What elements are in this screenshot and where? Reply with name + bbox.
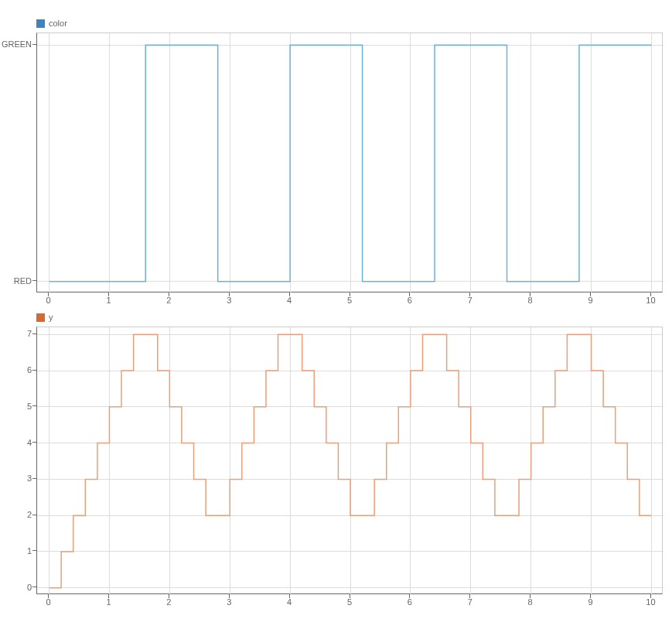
x-tick-label: 1 <box>106 597 111 607</box>
x-tick-label: 7 <box>468 296 472 305</box>
y-axis-gutter: REDGREEN <box>0 32 36 292</box>
x-tick-label: 3 <box>227 296 231 305</box>
y-tick-label: 7 <box>0 329 32 338</box>
y-tick-label: 4 <box>0 438 32 447</box>
charts-page: color 012345678910 REDGREEN y 0123456789… <box>0 0 672 619</box>
plot-svg <box>37 327 663 595</box>
x-tick-label: 2 <box>166 597 171 607</box>
y-tick-mark <box>32 587 36 587</box>
x-tick-label: 0 <box>46 296 51 305</box>
y-tick-label: RED <box>0 276 32 286</box>
x-tick-label: 4 <box>287 597 292 607</box>
legend-swatch-icon <box>36 313 45 322</box>
y-tick-label: GREEN <box>0 39 32 49</box>
x-tick-label: 7 <box>468 597 472 607</box>
y-tick-label: 5 <box>0 402 32 411</box>
x-tick-label: 8 <box>528 597 533 607</box>
y-tick-mark <box>32 550 36 551</box>
y-tick-mark <box>32 478 36 479</box>
x-tick-label: 4 <box>287 296 292 305</box>
x-tick-label: 10 <box>646 597 655 607</box>
plot-area <box>36 327 663 594</box>
y-tick-mark <box>32 370 36 371</box>
chart-y: y 012345678910 01234567 <box>0 313 672 614</box>
legend-label: color <box>49 19 67 28</box>
x-tick-label: 5 <box>347 597 352 607</box>
x-tick-label: 9 <box>588 597 592 607</box>
y-tick-label: 2 <box>0 510 32 519</box>
plot-svg <box>37 33 663 293</box>
legend: y <box>36 313 53 322</box>
y-tick-mark <box>32 280 36 281</box>
y-tick-mark <box>32 515 36 515</box>
x-tick-label: 10 <box>646 296 655 305</box>
y-tick-mark <box>32 44 36 45</box>
x-tick-label: 5 <box>347 296 352 305</box>
legend-swatch-icon <box>36 19 45 28</box>
legend: color <box>36 19 67 28</box>
y-tick-mark <box>32 405 36 406</box>
x-tick-label: 2 <box>166 296 171 305</box>
x-tick-label: 6 <box>408 597 412 607</box>
y-tick-label: 6 <box>0 365 32 374</box>
chart-color: color 012345678910 REDGREEN <box>0 19 672 313</box>
x-tick-label: 8 <box>528 296 533 305</box>
y-tick-label: 0 <box>0 583 32 592</box>
x-tick-label: 0 <box>46 597 51 607</box>
x-axis-gutter: 012345678910 <box>36 292 663 306</box>
x-axis-gutter: 012345678910 <box>36 594 663 608</box>
x-tick-label: 1 <box>106 296 111 305</box>
legend-label: y <box>49 313 53 322</box>
plot-area <box>36 32 663 292</box>
y-tick-mark <box>32 333 36 334</box>
y-axis-gutter: 01234567 <box>0 327 36 594</box>
x-tick-label: 9 <box>588 296 592 305</box>
x-tick-label: 6 <box>408 296 412 305</box>
x-tick-label: 3 <box>227 597 231 607</box>
y-tick-label: 3 <box>0 474 32 483</box>
y-tick-label: 1 <box>0 546 32 556</box>
y-tick-mark <box>32 442 36 443</box>
